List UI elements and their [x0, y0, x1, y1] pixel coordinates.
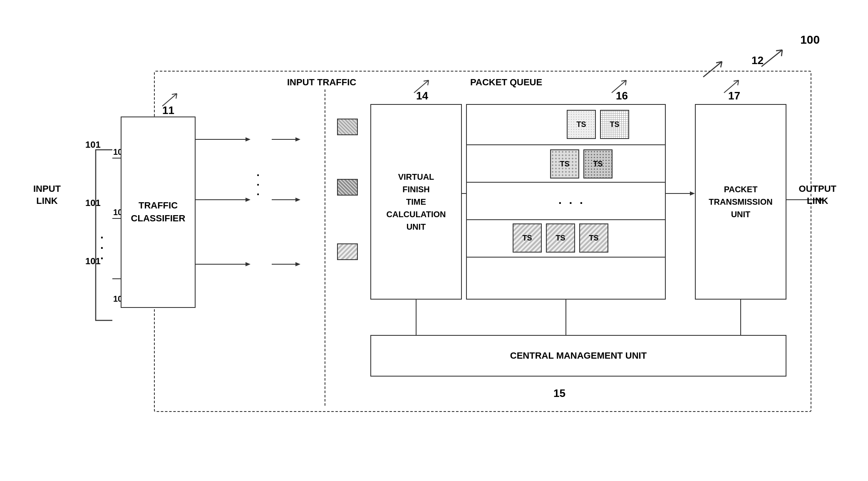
ts-label-r1-1: TS: [576, 120, 586, 129]
packet-queue-label: PACKET QUEUE: [470, 77, 542, 88]
ts-label-r4-2: TS: [556, 234, 565, 243]
svg-text:·: ·: [256, 188, 259, 201]
input-link-label: INPUTLINK: [33, 183, 61, 207]
ptu-label: PACKETTRANSMISSIONUNIT: [709, 183, 772, 221]
queue-divider-1: [467, 144, 665, 145]
svg-marker-28: [295, 198, 300, 202]
arrow-11-icon: [160, 92, 181, 108]
queue-divider-2: [467, 182, 665, 183]
svg-marker-26: [246, 198, 250, 202]
queue-divider-3: [467, 219, 665, 220]
ts-box-r2-1: TS: [550, 149, 579, 179]
ts-label-r4-3: TS: [589, 234, 598, 243]
ts-label-r2-1: TS: [560, 160, 569, 169]
queue-divider-4: [467, 257, 665, 258]
svg-line-41: [612, 80, 626, 93]
ts-label-r4-1: TS: [522, 234, 532, 243]
cmu-box: CENTRAL MANAGEMENT UNIT: [370, 335, 786, 377]
ts-box-r4-1: TS: [513, 223, 542, 253]
vftcu-label: VIRTUALFINISHTIMECALCULATIONUNIT: [387, 171, 446, 233]
ts-box-r1-2: TS: [600, 110, 629, 139]
ts-label-r1-2: TS: [610, 120, 619, 129]
ref-15: 15: [553, 387, 565, 400]
svg-line-36: [414, 80, 429, 93]
queue-to-ptu-arrow-icon: [666, 187, 699, 200]
arrow-16-icon: [610, 78, 630, 95]
traffic-classifier-label: TRAFFICCLASSIFIER: [131, 199, 186, 225]
ref-100: 100: [800, 33, 820, 47]
arrow-17-icon: [722, 78, 743, 95]
traffic-classifier-box: TRAFFICCLASSIFIER: [121, 117, 196, 308]
classifier-arrows-icon: · · ·: [196, 117, 383, 316]
svg-marker-45: [690, 191, 695, 196]
ptu-box: PACKETTRANSMISSIONUNIT: [695, 104, 786, 300]
svg-line-46: [724, 80, 739, 93]
ts-box-r4-2: TS: [546, 223, 575, 253]
arrow-14-icon: [412, 78, 433, 95]
ts-box-r1-1: TS: [567, 110, 596, 139]
ts-box-r2-2: TS: [583, 149, 613, 179]
svg-marker-35: [295, 262, 300, 266]
svg-marker-24: [295, 137, 300, 141]
svg-text:·: ·: [100, 252, 104, 265]
output-link-label: OUTPUTLINK: [799, 183, 836, 207]
ts-box-r4-3: TS: [579, 223, 608, 253]
svg-line-0: [761, 50, 782, 67]
input-traffic-label: INPUT TRAFFIC: [287, 77, 356, 88]
cmu-label: CENTRAL MANAGEMENT UNIT: [510, 350, 647, 361]
queue-dots: · · ·: [558, 196, 585, 210]
svg-marker-33: [246, 262, 250, 266]
svg-line-6: [162, 94, 177, 106]
ts-label-r2-2: TS: [593, 160, 603, 169]
ref-12: 12: [751, 54, 764, 67]
svg-marker-22: [246, 137, 250, 141]
vftcu-box: VIRTUALFINISHTIMECALCULATIONUNIT: [370, 104, 462, 300]
packet-queue-box: TS TS TS TS · · · TS TS TS: [466, 104, 666, 300]
cmu-connections-icon: [370, 300, 786, 341]
